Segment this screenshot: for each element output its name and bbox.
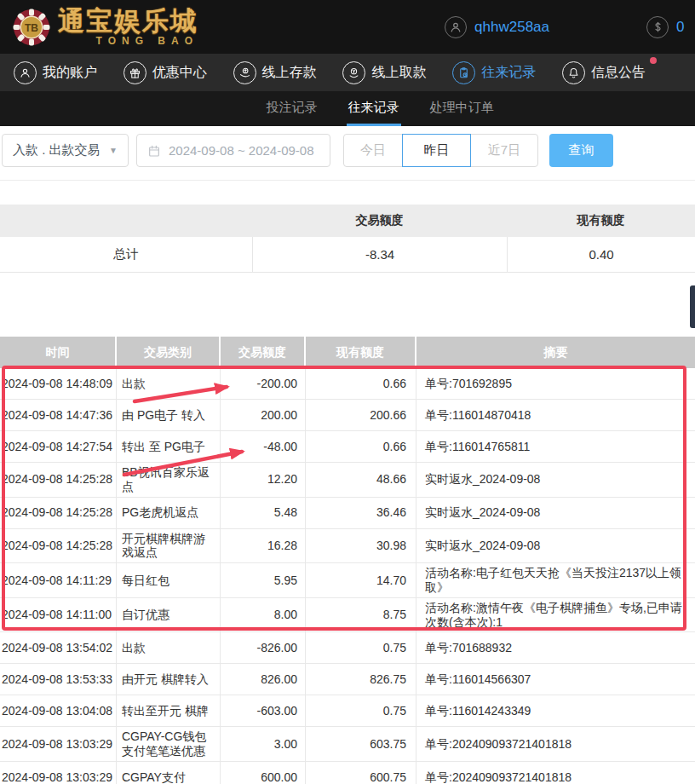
cell-balance: 36.46 bbox=[306, 498, 416, 528]
cell-memo: 活动名称:电子红包天天抢《当天投注2137以上领取》 bbox=[416, 563, 695, 597]
cell-balance: 826.75 bbox=[306, 664, 416, 695]
transaction-type-select[interactable]: 入款 . 出款交易 ▼ bbox=[2, 134, 129, 167]
table-row: 2024-09-08 14:11:29每日红包5.9514.70活动名称:电子红… bbox=[0, 563, 695, 598]
cell-amount: -48.00 bbox=[221, 431, 306, 462]
cell-amount: 5.48 bbox=[221, 498, 306, 528]
table-row: 2024-09-08 13:04:08转出至开元 棋牌-603.000.75单号… bbox=[0, 695, 695, 727]
table-row: 2024-09-08 14:48:09出款-200.000.66单号:70169… bbox=[0, 368, 695, 400]
cell-type: 由开元 棋牌转入 bbox=[117, 664, 221, 695]
site-logo[interactable]: TB 通宝娱乐城 TONG BAO bbox=[0, 8, 198, 47]
cell-amount: 200.00 bbox=[221, 400, 306, 430]
tab-betting-records[interactable]: 投注记录 bbox=[265, 91, 319, 126]
balance-text[interactable]: 0 bbox=[676, 19, 695, 36]
yesterday-button[interactable]: 昨日 bbox=[402, 134, 471, 167]
cell-type: 自订优惠 bbox=[117, 598, 221, 632]
summary-total-label: 总计 bbox=[0, 237, 252, 272]
nav-item-announcements[interactable]: 信息公告 bbox=[562, 61, 646, 84]
cell-time: 2024-09-08 13:54:02 bbox=[0, 632, 117, 663]
cell-time: 2024-09-08 14:11:29 bbox=[0, 563, 117, 597]
tab-pending-orders[interactable]: 处理中订单 bbox=[428, 91, 496, 126]
cell-time: 2024-09-08 13:03:29 bbox=[0, 727, 117, 761]
col-header-amount: 交易额度 bbox=[221, 337, 306, 368]
svg-text:TB: TB bbox=[25, 21, 38, 33]
cell-memo: 单号:116014566307 bbox=[416, 664, 695, 695]
logo-text: 通宝娱乐城 TONG BAO bbox=[58, 8, 198, 46]
logo-cn-text: 通宝娱乐城 bbox=[58, 8, 198, 34]
cell-type: 出款 bbox=[117, 632, 221, 663]
table-row: 2024-09-08 14:25:28BB视讯百家乐返点12.2048.66实时… bbox=[0, 463, 695, 498]
cell-type: 出款 bbox=[117, 368, 221, 399]
cell-amount: 3.00 bbox=[221, 727, 306, 761]
filter-bar: 入款 . 出款交易 ▼ 2024-09-08 ~ 2024-09-08 今日 昨… bbox=[0, 126, 695, 181]
notice-unread-dot bbox=[650, 57, 657, 64]
promo-icon bbox=[123, 61, 146, 84]
last7days-button[interactable]: 近7日 bbox=[470, 134, 538, 167]
nav-label: 线上存款 bbox=[262, 64, 317, 82]
cell-type: 转出 至 PG电子 bbox=[117, 431, 221, 462]
date-range-input[interactable]: 2024-09-08 ~ 2024-09-08 bbox=[136, 134, 330, 167]
cell-balance: 0.66 bbox=[306, 431, 416, 462]
table-row: 2024-09-08 14:25:28开元棋牌棋牌游戏返点16.2830.98实… bbox=[0, 529, 695, 564]
cell-time: 2024-09-08 13:53:33 bbox=[0, 664, 117, 695]
cell-balance: 600.75 bbox=[306, 762, 416, 784]
table-row: 2024-09-08 14:25:28PG老虎机返点5.4836.46实时返水_… bbox=[0, 498, 695, 529]
cell-amount: -200.00 bbox=[221, 368, 306, 399]
table-row: 2024-09-08 14:47:36由 PG电子 转入200.00200.66… bbox=[0, 400, 695, 431]
nav-item-transaction-records[interactable]: 往来记录 bbox=[452, 61, 536, 84]
cell-type: PG老虎机返点 bbox=[117, 498, 221, 528]
records-rows: 2024-09-08 14:48:09出款-200.000.66单号:70169… bbox=[0, 368, 695, 784]
tab-transaction-records[interactable]: 往来记录 bbox=[347, 91, 401, 126]
cell-type: BB视讯百家乐返点 bbox=[117, 463, 221, 497]
nav-item-withdraw[interactable]: 线上取款 bbox=[342, 61, 426, 84]
cell-time: 2024-09-08 14:47:36 bbox=[0, 400, 117, 430]
cell-type: 由 PG电子 转入 bbox=[117, 400, 221, 430]
nav-item-deposit[interactable]: 线上存款 bbox=[233, 61, 317, 84]
balance-dollar-icon bbox=[646, 16, 669, 38]
notice-icon bbox=[562, 61, 585, 84]
today-button[interactable]: 今日 bbox=[343, 134, 403, 167]
summary-total-row: 总计 -8.34 0.40 bbox=[0, 237, 695, 273]
nav-label: 往来记录 bbox=[481, 64, 536, 82]
summary-col-balance: 现有额度 bbox=[507, 205, 695, 237]
nav-label: 信息公告 bbox=[591, 64, 646, 82]
nav-item-promotions[interactable]: 优惠中心 bbox=[123, 61, 207, 84]
query-button[interactable]: 查询 bbox=[549, 134, 613, 167]
cell-type: 每日红包 bbox=[117, 563, 221, 597]
logo-en-text: TONG BAO bbox=[96, 36, 198, 46]
cell-memo: 单号:701692895 bbox=[416, 368, 695, 399]
col-header-time: 时间 bbox=[0, 337, 117, 368]
cell-balance: 0.75 bbox=[306, 695, 416, 726]
nav-item-my-account[interactable]: 我的账户 bbox=[14, 61, 97, 84]
cell-memo: 单号:116014243349 bbox=[416, 695, 695, 726]
cell-balance: 8.75 bbox=[306, 598, 416, 632]
cell-memo: 活动名称:激情午夜《电子棋牌捕鱼》专场,已申请次数(含本次):1 bbox=[416, 598, 695, 632]
cell-memo: 单号:202409093721401818 bbox=[416, 762, 695, 784]
cell-time: 2024-09-08 13:03:29 bbox=[0, 762, 117, 784]
cell-time: 2024-09-08 14:27:54 bbox=[0, 431, 117, 462]
username-text[interactable]: qhhw258aa bbox=[474, 19, 549, 36]
calendar-icon bbox=[147, 144, 161, 158]
table-row: 2024-09-08 13:03:29CGPAY支付600.00600.75单号… bbox=[0, 762, 695, 784]
cell-type: CGPAY-CG钱包支付笔笔送优惠 bbox=[117, 727, 221, 761]
cell-memo: 单号:116014765811 bbox=[416, 431, 695, 462]
col-header-balance: 现有额度 bbox=[306, 337, 416, 368]
cell-memo: 单号:701688932 bbox=[416, 632, 695, 663]
cell-amount: 8.00 bbox=[221, 598, 306, 632]
cell-time: 2024-09-08 14:11:00 bbox=[0, 598, 117, 632]
records-icon bbox=[452, 61, 475, 84]
cell-balance: 200.66 bbox=[306, 400, 416, 430]
nav-label: 线上取款 bbox=[371, 64, 426, 82]
cell-time: 2024-09-08 14:25:28 bbox=[0, 463, 117, 497]
summary-header-row: 交易额度 现有额度 bbox=[0, 205, 695, 237]
nav-label: 我的账户 bbox=[43, 64, 97, 82]
cell-amount: -826.00 bbox=[221, 632, 306, 663]
summary-trade-total: -8.34 bbox=[252, 237, 507, 272]
cell-balance: 14.70 bbox=[306, 563, 416, 597]
table-row: 2024-09-08 13:03:29CGPAY-CG钱包支付笔笔送优惠3.00… bbox=[0, 727, 695, 762]
table-row: 2024-09-08 14:27:54转出 至 PG电子-48.000.66单号… bbox=[0, 431, 695, 463]
transaction-records-page: TB 通宝娱乐城 TONG BAO qhhw258aa 0 bbox=[0, 0, 695, 784]
date-range-value: 2024-09-08 ~ 2024-09-08 bbox=[169, 143, 314, 158]
records-table-header: 时间 交易类别 交易额度 现有额度 摘要 bbox=[0, 337, 695, 368]
side-floating-widget[interactable] bbox=[690, 285, 695, 328]
transaction-type-value: 入款 . 出款交易 bbox=[13, 142, 101, 159]
